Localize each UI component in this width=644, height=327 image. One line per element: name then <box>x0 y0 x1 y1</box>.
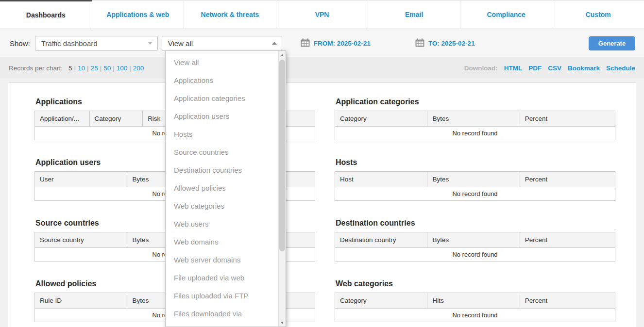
download-html[interactable]: HTML <box>504 65 523 72</box>
records-option-10[interactable]: 10 <box>78 65 85 72</box>
chevron-up-icon <box>272 42 277 45</box>
section-hosts: Hosts Host Bytes Percent No record found <box>335 158 615 201</box>
dropdown-scrollbar[interactable]: ▲ ▼ <box>278 51 286 327</box>
show-label: Show: <box>10 39 30 48</box>
download-label: Download: <box>464 65 498 72</box>
records-separator: | <box>113 65 115 72</box>
hosts-table: Host Bytes Percent No record found <box>335 171 615 201</box>
to-date-label: TO: 2025-02-21 <box>428 40 475 47</box>
records-option-25[interactable]: 25 <box>91 65 98 72</box>
download-schedule[interactable]: Schedule <box>606 65 635 72</box>
destination-countries-table: Destination country Bytes Percent No rec… <box>335 232 615 262</box>
column-header: Percent <box>520 111 615 127</box>
column-header: Percent <box>520 172 615 187</box>
tab-dashboards[interactable]: Dashboards <box>0 0 92 29</box>
dropdown-item-view-all[interactable]: View all <box>166 53 278 71</box>
dropdown-item-applications[interactable]: Applications <box>166 71 278 89</box>
download-links: Download: HTML PDF CSV Bookmark Schedule <box>464 65 635 72</box>
column-header: Host <box>335 172 427 187</box>
section-destination-countries: Destination countries Destination countr… <box>335 219 615 262</box>
scrollbar-thumb[interactable] <box>279 60 285 251</box>
dropdown-item-application-categories[interactable]: Application categories <box>166 89 278 107</box>
dropdown-item-files-uploaded-via-ftp[interactable]: Files uploaded via FTP <box>166 287 278 305</box>
section-title: Destination countries <box>336 219 615 228</box>
column-header: Percent <box>520 293 615 309</box>
column-header: Category <box>89 111 143 127</box>
column-header: Destination country <box>335 232 427 248</box>
column-header: Bytes <box>427 232 520 248</box>
download-csv[interactable]: CSV <box>548 65 561 72</box>
dropdown-item-hosts[interactable]: Hosts <box>166 125 278 143</box>
tab-label: Email <box>405 11 423 18</box>
scroll-down-icon[interactable]: ▼ <box>279 319 286 327</box>
calendar-icon <box>415 38 424 49</box>
dashboard-select-value: Traffic dashboard <box>41 39 98 48</box>
column-header: Bytes <box>427 172 520 187</box>
toolbar: Show: Traffic dashboard View all FROM: 2… <box>0 29 644 57</box>
dropdown-item-destination-countries[interactable]: Destination countries <box>166 161 278 179</box>
tab-label: Network & threats <box>201 11 259 18</box>
records-option-100[interactable]: 100 <box>117 65 128 72</box>
main-tab-bar: Dashboards Applications & web Network & … <box>0 0 644 29</box>
application-categories-table: Category Bytes Percent No record found <box>335 111 615 140</box>
view-select[interactable]: View all <box>162 36 282 51</box>
tab-vpn[interactable]: VPN <box>276 0 369 29</box>
from-date-picker[interactable]: FROM: 2025-02-21 <box>301 38 371 49</box>
records-separator: | <box>100 65 102 72</box>
section-title: Hosts <box>336 158 615 167</box>
section-title: Web categories <box>336 279 615 288</box>
empty-row: No record found <box>335 309 615 322</box>
tab-custom[interactable]: Custom <box>552 0 644 29</box>
dropdown-item-application-users[interactable]: Application users <box>166 107 278 125</box>
records-option-200[interactable]: 200 <box>133 65 144 72</box>
tab-email[interactable]: Email <box>368 0 460 29</box>
tab-applications-web[interactable]: Applications & web <box>92 0 185 29</box>
chevron-down-icon <box>148 42 153 45</box>
dropdown-item-file-uploaded-via-web[interactable]: File uploaded via web <box>166 269 278 287</box>
records-bar: Records per chart: 5 | 10 | 25 | 50 | 10… <box>0 57 644 79</box>
dashboard-select[interactable]: Traffic dashboard <box>35 36 158 51</box>
dropdown-list: View all Applications Application catego… <box>166 51 278 327</box>
download-bookmark[interactable]: Bookmark <box>568 65 600 72</box>
column-header: Bytes <box>427 111 520 127</box>
section-application-categories: Application categories Category Bytes Pe… <box>335 98 615 140</box>
dropdown-item-web-categories[interactable]: Web categories <box>166 197 278 215</box>
dashboard-card: Applications Application/... Category Ri… <box>8 82 636 327</box>
column-header: Risk <box>143 111 168 127</box>
records-option-5[interactable]: 5 <box>68 65 72 72</box>
tab-label: Compliance <box>487 11 525 18</box>
empty-row: No record found <box>335 187 615 201</box>
tab-network-threats[interactable]: Network & threats <box>184 0 276 29</box>
column-header: Rule ID <box>35 293 127 309</box>
column-header: Category <box>335 293 427 309</box>
records-separator: | <box>74 65 76 72</box>
column-header: User <box>35 172 127 187</box>
tab-label: Custom <box>586 11 611 18</box>
records-separator: | <box>87 65 89 72</box>
empty-row: No record found <box>335 127 615 140</box>
web-categories-table: Category Hits Percent No record found <box>335 293 615 322</box>
dropdown-item-web-domains[interactable]: Web domains <box>166 233 278 251</box>
view-select-dropdown: View all Applications Application catego… <box>165 50 286 327</box>
dropdown-item-allowed-policies[interactable]: Allowed policies <box>166 179 278 197</box>
records-per-chart-label: Records per chart: <box>9 65 63 72</box>
dropdown-item-source-countries[interactable]: Source countries <box>166 143 278 161</box>
to-date-picker[interactable]: TO: 2025-02-21 <box>415 38 475 49</box>
records-separator: | <box>129 65 131 72</box>
view-select-value: View all <box>168 39 193 48</box>
section-title: Application categories <box>336 98 615 106</box>
tab-compliance[interactable]: Compliance <box>460 0 553 29</box>
generate-button[interactable]: Generate <box>589 36 635 50</box>
from-date-label: FROM: 2025-02-21 <box>314 40 371 47</box>
records-option-50[interactable]: 50 <box>103 65 111 72</box>
column-header: Application/... <box>35 111 90 127</box>
column-header: Source country <box>35 232 127 248</box>
scroll-up-icon[interactable]: ▲ <box>279 51 286 59</box>
dropdown-item-web-users[interactable]: Web users <box>166 215 278 233</box>
download-pdf[interactable]: PDF <box>528 65 542 72</box>
dropdown-item-web-server-domains[interactable]: Web server domains <box>166 251 278 269</box>
column-header: Category <box>335 111 427 127</box>
dropdown-item-files-downloaded-via[interactable]: Files downloaded via <box>166 305 278 323</box>
calendar-icon <box>301 38 310 49</box>
right-column: Application categories Category Bytes Pe… <box>335 98 615 327</box>
